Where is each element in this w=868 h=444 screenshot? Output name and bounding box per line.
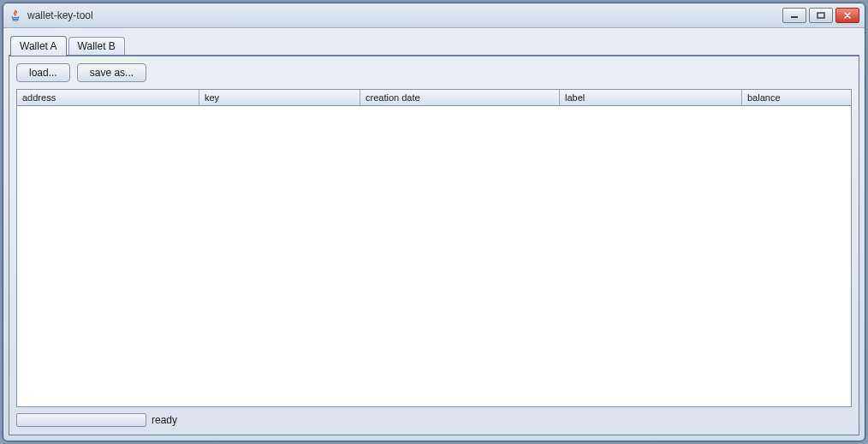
table-header-row: address key creation date label balance <box>17 90 851 106</box>
close-button[interactable] <box>835 8 859 23</box>
client-area: Wallet A Wallet B load... save as... add… <box>9 32 859 435</box>
column-header-balance[interactable]: balance <box>742 90 851 105</box>
table-body <box>17 106 851 406</box>
titlebar[interactable]: wallet-key-tool <box>3 3 865 28</box>
tab-panel: load... save as... address key creation … <box>9 56 859 435</box>
keys-table[interactable]: address key creation date label balance <box>16 89 852 407</box>
column-header-creation[interactable]: creation date <box>360 90 560 105</box>
java-icon <box>9 9 22 22</box>
column-header-label[interactable]: label <box>560 90 742 105</box>
toolbar: load... save as... <box>16 63 852 82</box>
svg-rect-0 <box>791 16 798 18</box>
minimize-button[interactable] <box>782 8 806 23</box>
column-header-key[interactable]: key <box>199 90 360 105</box>
load-button[interactable]: load... <box>16 63 70 82</box>
app-window: wallet-key-tool Wallet A Wallet B load..… <box>3 3 865 441</box>
save-as-button[interactable]: save as... <box>77 63 146 82</box>
window-title: wallet-key-tool <box>27 9 93 21</box>
progress-bar <box>16 413 146 427</box>
tabs-strip: Wallet A Wallet B <box>9 32 859 56</box>
column-header-address[interactable]: address <box>17 90 199 105</box>
svg-rect-1 <box>817 13 824 18</box>
statusbar: ready <box>16 412 852 428</box>
maximize-button[interactable] <box>809 8 833 23</box>
tab-wallet-b[interactable]: Wallet B <box>68 37 125 55</box>
status-text: ready <box>152 414 177 426</box>
tab-wallet-a[interactable]: Wallet A <box>10 36 67 56</box>
